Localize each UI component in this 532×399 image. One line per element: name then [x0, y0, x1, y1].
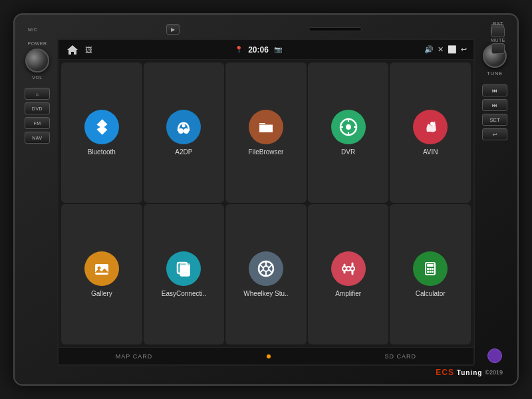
car-stereo-device: MIC ▶ ⏏ RST MUTE POWER VOL ⌂ DVD FM: [13, 13, 519, 386]
device-main-area: POWER VOL ⌂ DVD FM NAV: [20, 39, 512, 366]
svg-rect-32: [427, 264, 434, 267]
svg-point-14: [97, 267, 100, 270]
calculator-label: Calculator: [416, 290, 446, 297]
app-calculator[interactable]: Calculator: [390, 204, 471, 344]
location-icon: 📍: [235, 46, 243, 53]
svg-rect-34: [430, 268, 432, 270]
main-screen: 🖼 📍 20:06 📷 🔊 ✕ ⬜ ↩: [57, 39, 475, 366]
nav-button[interactable]: NAV: [25, 132, 50, 144]
calculator-icon-circle: [413, 251, 448, 286]
status-left: 🖼: [65, 43, 92, 57]
app-amplifier[interactable]: Amplifier: [308, 204, 389, 344]
bluetooth-icon-circle: [84, 110, 119, 144]
easyconnect-label: EasyConnecti..: [162, 290, 206, 297]
purple-button[interactable]: [487, 348, 502, 363]
a2dp-icon-circle: [166, 110, 201, 144]
device-top-bar: MIC ▶ ⏏ RST MUTE: [20, 20, 512, 39]
dvr-icon-circle: [331, 110, 366, 144]
camera-icon: 📷: [274, 46, 282, 53]
back-button[interactable]: ↩: [482, 128, 507, 140]
bluetooth-label: Bluetooth: [88, 148, 116, 156]
app-avin[interactable]: AVIN: [390, 63, 471, 203]
amplifier-label: Amplifier: [335, 290, 361, 297]
volume-icon[interactable]: 🔊: [424, 45, 434, 54]
wheelkey-icon-circle: [249, 251, 283, 286]
tune-label: TUNE: [487, 70, 503, 76]
status-right: 🔊 ✕ ⬜ ↩: [424, 45, 467, 54]
gallery-label: Gallery: [91, 290, 112, 297]
close-icon[interactable]: ✕: [438, 45, 444, 54]
wheelkey-label: Wheelkey Stu..: [243, 290, 288, 297]
vol-label: VOL: [32, 75, 43, 80]
svg-line-23: [260, 269, 263, 273]
clock-display: 20:06: [248, 45, 269, 55]
svg-marker-0: [67, 45, 78, 55]
svg-point-12: [430, 122, 434, 126]
volume-knob[interactable]: [25, 49, 49, 72]
svg-point-5: [182, 124, 186, 128]
a2dp-label: A2DP: [175, 148, 192, 156]
rst-button[interactable]: [491, 27, 505, 37]
power-label: POWER: [28, 41, 47, 46]
dvr-label: DVR: [341, 148, 355, 156]
home-side-button[interactable]: ⌂: [25, 88, 50, 100]
svg-line-24: [260, 265, 263, 268]
ecs-logo: ECS Tuning: [436, 368, 482, 377]
fm-button[interactable]: FM: [25, 117, 50, 129]
mute-button[interactable]: [491, 43, 505, 54]
cd-slot: [309, 27, 362, 31]
easyconnect-icon-circle: [166, 251, 201, 286]
next-track-button[interactable]: ⏭: [482, 99, 507, 111]
home-button[interactable]: [65, 43, 80, 57]
app-bluetooth[interactable]: Bluetooth: [61, 63, 142, 203]
app-gallery[interactable]: Gallery: [61, 204, 142, 344]
svg-rect-35: [432, 268, 434, 270]
copyright-year: ©2019: [485, 369, 503, 376]
window-icon[interactable]: ⬜: [448, 45, 457, 54]
gallery-icon-circle: [84, 251, 119, 286]
map-card-label[interactable]: MAP CARD: [116, 353, 152, 360]
svg-point-30: [350, 267, 354, 271]
app-a2dp[interactable]: A2DP: [144, 63, 225, 203]
svg-rect-36: [427, 271, 429, 273]
status-center: 📍 20:06 📷: [235, 45, 282, 55]
app-filebrowser[interactable]: FileBrowser: [225, 63, 307, 203]
device-bottom-strip: ECS Tuning ©2019: [20, 366, 512, 379]
avin-icon-circle: [413, 110, 448, 144]
amplifier-icon-circle: [331, 251, 366, 286]
dvd-button[interactable]: DVD: [25, 102, 50, 114]
svg-line-20: [269, 265, 272, 268]
filebrowser-label: FileBrowser: [249, 148, 284, 156]
svg-rect-38: [432, 271, 434, 273]
svg-rect-16: [180, 265, 190, 276]
app-wheelkey[interactable]: Wheelkey Stu..: [225, 204, 307, 344]
set-button[interactable]: SET: [482, 114, 507, 126]
sd-card-label[interactable]: SD CARD: [385, 353, 417, 360]
indicator-dot: [267, 354, 271, 358]
status-bar: 🖼 📍 20:06 📷 🔊 ✕ ⬜ ↩: [59, 40, 473, 60]
back-icon[interactable]: ↩: [461, 45, 467, 54]
svg-rect-33: [427, 268, 429, 270]
app-dvr[interactable]: DVR: [308, 63, 389, 203]
mute-label: MUTE: [491, 38, 505, 43]
filebrowser-icon-circle: [249, 110, 283, 144]
mic-label: MIC: [28, 27, 37, 32]
left-panel: POWER VOL ⌂ DVD FM NAV: [20, 39, 55, 366]
svg-rect-37: [430, 271, 432, 273]
svg-line-21: [269, 269, 272, 273]
app-easyconnect[interactable]: EasyConnecti..: [144, 204, 225, 344]
svg-point-18: [263, 266, 269, 271]
prev-track-button[interactable]: ⏮: [482, 84, 507, 96]
right-panel: TUNE ⏮ ⏭ SET ↩: [477, 39, 512, 366]
svg-rect-13: [95, 264, 108, 275]
screen-bottom-bar: MAP CARD SD CARD: [59, 347, 473, 364]
avin-label: AVIN: [423, 148, 438, 156]
screenshot-icon: 🖼: [85, 46, 92, 54]
top-play-button[interactable]: ▶: [166, 24, 180, 35]
apps-grid: Bluetooth A2DP: [59, 60, 473, 347]
svg-point-7: [346, 124, 351, 130]
rst-label: RST: [493, 21, 503, 26]
